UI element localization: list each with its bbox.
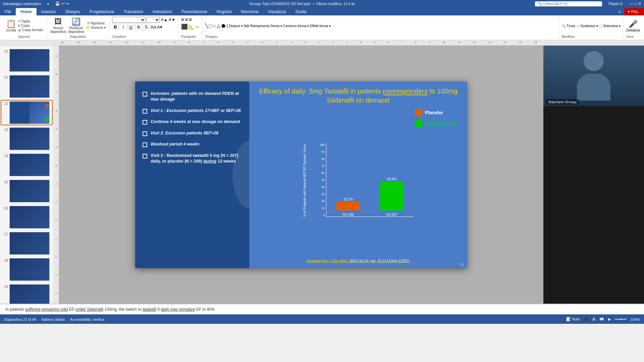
- taglia-btn[interactable]: ✂ Taglia: [18, 19, 43, 23]
- window-controls[interactable]: — □ ✕: [629, 1, 641, 6]
- ribbon-group-modifica: 🔍 Trova ↔ Sostituisci ▾ ⬚ Seleziona ▾ Mo…: [559, 16, 624, 39]
- app-top-bar: Salvataggio automatico ● 💾 ↩ ↪ Droupy To…: [0, 0, 644, 7]
- language-label: Italiano (Italia): [42, 317, 65, 321]
- ribbon-content: 📋 Incolla ✂ Taglia ⎘ Copia 🖌 Copia forma…: [0, 15, 644, 40]
- slide-thumb-21[interactable]: 21: [1, 74, 52, 99]
- disponi-btn[interactable]: Disponi ▾: [229, 24, 243, 28]
- chart-legend: Placebo Tadalafil 5 mg: [415, 109, 456, 127]
- ribbon-group-disegno: ╲□○ △⬟⟩ Disponi ▾ Stili Riempimento form…: [203, 16, 559, 39]
- slides-panel: 20 21 22 23 24 25 26: [0, 46, 54, 304]
- tab-presentazione[interactable]: Presentazione: [177, 8, 212, 15]
- copia-btn[interactable]: ⎘ Copia: [18, 24, 43, 27]
- reg-button[interactable]: ● Reg...: [624, 8, 644, 15]
- chart-inner: 100 90 80 70 60 50 40 30 20 10 0: [320, 143, 414, 217]
- slide-thumb-27[interactable]: 27: [1, 231, 52, 255]
- slide-thumb-25[interactable]: 25: [1, 179, 52, 203]
- bullet-6: Visit 3 : Randomized tadalafil 5 mg (N =…: [143, 153, 242, 165]
- v-ruler: -9-8-7-6-5-4-3-2-101234: [54, 46, 59, 304]
- stili-veloci-btn[interactable]: Stili: [244, 24, 249, 28]
- underline-btn[interactable]: U: [127, 23, 134, 30]
- bar-group-tadalafil: 39.6% N=197: [380, 177, 404, 217]
- tab-transizioni[interactable]: Transizioni: [119, 8, 148, 15]
- riutilizza-btn[interactable]: 🔄 Riutilizzadiapositiva: [68, 17, 84, 34]
- font-family-select[interactable]: [112, 17, 146, 23]
- tab-file[interactable]: File: [0, 8, 16, 15]
- search-bar[interactable]: 🔍 Cerca (ALT+X): [535, 1, 602, 6]
- dettatura-btn[interactable]: 🎤Dettatura: [626, 20, 640, 32]
- bullet-text-1: Inclusion: patients with on demand PDE5i…: [151, 91, 242, 103]
- tab-home[interactable]: Home: [16, 8, 36, 15]
- shadow-btn[interactable]: S: [143, 23, 150, 30]
- chart-container: Placebo Tadalafil 5 mg % of Patients wit…: [257, 109, 459, 251]
- bar-value-tadalafil: 39.6%: [387, 177, 396, 181]
- bar-label-tadalafil: N=197: [386, 213, 397, 217]
- slide-left-panel: Inclusion: patients with on demand PDE5i…: [135, 81, 249, 268]
- slide-thumb-22[interactable]: 22: [1, 101, 52, 125]
- slide-thumb-28[interactable]: 28: [1, 257, 52, 282]
- tab-revisione[interactable]: Revisione: [236, 8, 263, 15]
- view-normal-btn[interactable]: ⬛: [584, 317, 588, 321]
- collapse-ribbon-btn[interactable]: ∧: [615, 8, 624, 15]
- bar-value-placebo: 12.1%: [343, 197, 353, 201]
- y-axis-label: % of Patients with Normal IIEF EF Domain…: [303, 144, 318, 217]
- slide-number-badge: 22: [460, 263, 464, 267]
- accessibility-label: Accessibilità: verifica: [70, 317, 104, 321]
- tab-inserisci[interactable]: Inserisci: [37, 8, 61, 15]
- bullet-3: Continue 4 weeks at max dosage on demand: [143, 119, 242, 125]
- nuova-diapositiva-btn[interactable]: 🖼 Nuovadiapositiva: [50, 17, 66, 34]
- slide-thumb-29[interactable]: 29: [1, 284, 52, 304]
- tab-progettazione[interactable]: Progettazione: [85, 8, 119, 15]
- notes-text: In patients suffering remaining mild ED …: [5, 307, 215, 312]
- font-size-increase-btn[interactable]: A▲: [161, 17, 168, 22]
- slide-right-panel: Efficacy of daily 5mg Tadalafil in patie…: [249, 81, 467, 268]
- strikethrough-btn[interactable]: S: [135, 23, 142, 30]
- file-title: Droupy Topo ESSM2022 SD Def.pptx • Ultim…: [72, 2, 531, 6]
- font-size-decrease-btn[interactable]: A▼: [169, 17, 175, 22]
- font-size-select[interactable]: [147, 17, 160, 23]
- bullet-icon-1: [143, 92, 147, 97]
- italic-btn[interactable]: I: [120, 23, 126, 30]
- tab-guida[interactable]: Guida: [291, 8, 311, 15]
- ripristina-btn[interactable]: ↺ Ripristina: [86, 21, 106, 25]
- toolbar-icons: 💾 ↩ ↪: [55, 1, 69, 6]
- bold-btn[interactable]: B: [112, 23, 119, 30]
- sezione-btn[interactable]: 📁 Sezione ▾: [86, 26, 106, 29]
- ribbon-tabs: File Home Inserisci Disegno Progettazion…: [0, 7, 644, 15]
- webcam-extra-space: [543, 106, 644, 304]
- bars-area: 12.1% N=199 39.6% N=197: [326, 143, 414, 217]
- autosave-toggle[interactable]: ●: [44, 1, 52, 6]
- trova-btn[interactable]: 🔍 Trova: [562, 24, 575, 28]
- seleziona-btn[interactable]: ⬚ Seleziona ▾: [599, 24, 620, 28]
- contorno-btn[interactable]: Contorno forma ▾: [283, 24, 309, 28]
- tab-visualizza[interactable]: Visualizza: [263, 8, 291, 15]
- slide-thumb-20[interactable]: 20: [1, 48, 52, 72]
- zoom-slider[interactable]: ━━●━━: [615, 317, 627, 321]
- view-reading-btn[interactable]: 📖: [599, 317, 604, 321]
- incolla-btn[interactable]: 📋 Incolla: [5, 18, 17, 33]
- notes-btn[interactable]: 📝 Note: [566, 317, 580, 321]
- ribbon-group-diapositive: 🖼 Nuovadiapositiva 🔄 Riutilizzadiapositi…: [47, 16, 109, 39]
- view-presentation-btn[interactable]: ▶: [608, 317, 611, 321]
- copia-formato-btn[interactable]: 🖌 Copia formato: [18, 28, 43, 32]
- view-slide-sorter-btn[interactable]: ⊞: [592, 317, 595, 321]
- slide-thumb-24[interactable]: 24: [1, 153, 52, 177]
- effetti-btn[interactable]: Effetti forma ▾: [310, 24, 331, 28]
- tab-registra[interactable]: Registra: [212, 8, 236, 15]
- bar-group-placebo: 12.1% N=199: [336, 197, 360, 217]
- tab-disegno[interactable]: Disegno: [61, 8, 85, 15]
- right-webcam-panel: Stéphane Droupy: [543, 46, 644, 304]
- tab-animazioni[interactable]: Animazioni: [148, 8, 177, 15]
- riempimento-btn[interactable]: Riempimento forma ▾: [250, 24, 282, 28]
- slide-canvas[interactable]: Inclusion: patients with on demand PDE5i…: [135, 81, 467, 268]
- slide-thumb-23[interactable]: 23: [1, 127, 52, 151]
- bullet-icon-4: [143, 131, 147, 136]
- bullet-icon-5: [143, 142, 147, 147]
- bullet-4: Visit 2: Exclusion patients IIEF>26: [143, 130, 242, 136]
- ribbon-group-appunti: 📋 Incolla ✂ Taglia ⎘ Copia 🖌 Copia forma…: [1, 16, 47, 39]
- bullet-text-4: Visit 2: Exclusion patients IIEF>26: [151, 130, 218, 136]
- slide-thumb-26[interactable]: 26: [1, 205, 52, 229]
- canvas-area[interactable]: -9-8-7-6-5-4-3-2-101234 Inclusion: patie…: [54, 46, 543, 304]
- webcam-name-label: Stéphane Droupy: [546, 99, 579, 105]
- ribbon-group-carattere: A▲ A▼ B I U S S Aa A▾ Carattere: [109, 16, 178, 39]
- sostituisci-btn[interactable]: ↔ Sostituisci ▾: [576, 24, 598, 28]
